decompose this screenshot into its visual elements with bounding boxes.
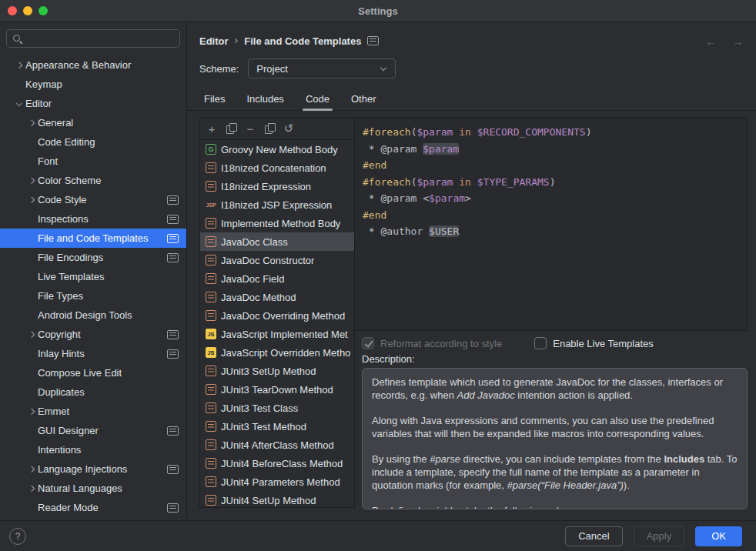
sidebar-item-label: Language Injections <box>38 463 167 475</box>
chevron-right-icon[interactable] <box>25 479 38 498</box>
reset-to-default-icon[interactable]: ↺ <box>279 119 298 139</box>
sidebar-item-editor[interactable]: Editor <box>0 94 186 113</box>
chevron-right-icon[interactable] <box>12 55 25 75</box>
scheme-dropdown[interactable]: Project <box>248 58 396 78</box>
tab-files[interactable]: Files <box>193 88 236 110</box>
chevron-down-icon[interactable] <box>12 94 25 113</box>
template-item-label: JUnit4 BeforeClass Method <box>221 458 343 469</box>
enable-live-templates-checkbox[interactable] <box>534 337 547 349</box>
sidebar-item-language-injections[interactable]: Language Injections <box>0 459 186 479</box>
template-item-javascript-implemented-met[interactable]: JSJavaScript Implemented Met <box>200 325 354 343</box>
template-item-javadoc-constructor[interactable]: JavaDoc Constructor <box>200 251 354 269</box>
template-file-icon <box>206 495 216 506</box>
remove-template-icon[interactable]: − <box>241 119 259 139</box>
chevron-right-icon[interactable] <box>25 459 38 479</box>
cancel-button[interactable]: Cancel <box>565 526 622 546</box>
template-item-i18nized-expression[interactable]: I18nized Expression <box>200 177 354 195</box>
copy-template-icon[interactable] <box>260 119 279 139</box>
sidebar-item-intentions[interactable]: Intentions <box>0 440 186 459</box>
settings-search[interactable] <box>6 29 180 48</box>
description-paragraph: Predefined variables take the following … <box>372 504 738 509</box>
template-item-junit3-teardown-method[interactable]: JUnit3 TearDown Method <box>200 380 354 399</box>
template-item-javadoc-class[interactable]: JavaDoc Class <box>200 232 354 251</box>
template-item-junit4-afterclass-method[interactable]: JUnit4 AfterClass Method <box>200 436 354 454</box>
description-text: Defines template which used to generate … <box>372 376 738 509</box>
template-item-junit3-test-method[interactable]: JUnit3 Test Method <box>200 417 354 436</box>
sidebar-item-android-design-tools[interactable]: Android Design Tools <box>0 306 186 325</box>
chevron-right-icon[interactable] <box>25 190 38 209</box>
close-button[interactable] <box>8 6 17 15</box>
help-button[interactable]: ? <box>9 528 26 545</box>
template-item-junit3-setup-method[interactable]: JUnit3 SetUp Method <box>200 362 354 380</box>
template-item-junit4-parameters-method[interactable]: JUnit4 Parameters Method <box>200 473 354 491</box>
sidebar-item-copyright[interactable]: Copyright <box>0 325 186 344</box>
sidebar-item-color-scheme[interactable]: Color Scheme <box>0 171 186 190</box>
tab-includes[interactable]: Includes <box>236 88 294 110</box>
search-icon <box>12 34 22 44</box>
tab-other[interactable]: Other <box>340 88 387 110</box>
template-item-javadoc-overriding-method[interactable]: JavaDoc Overriding Method <box>200 306 354 325</box>
sidebar-item-file-and-code-templates[interactable]: File and Code Templates <box>0 229 186 248</box>
template-item-junit4-setup-method[interactable]: JUnit4 SetUp Method <box>200 491 354 507</box>
enable-live-templates-option[interactable]: Enable Live Templates <box>534 337 654 349</box>
sidebar-item-general[interactable]: General <box>0 113 186 132</box>
screen-settings-icon <box>167 253 179 262</box>
chevron-spacer <box>25 421 38 440</box>
template-item-junit3-test-class[interactable]: JUnit3 Test Class <box>200 399 354 417</box>
breadcrumb-current: File and Code Templates <box>244 35 361 47</box>
template-item-label: Groovy New Method Body <box>221 144 338 155</box>
template-file-icon <box>206 292 216 302</box>
reformat-checkbox[interactable] <box>362 337 374 349</box>
template-item-junit4-beforeclass-method[interactable]: JUnit4 BeforeClass Method <box>200 454 354 473</box>
sidebar-item-font[interactable]: Font <box>0 152 186 171</box>
reformat-option[interactable]: Reformat according to style <box>362 337 502 349</box>
sidebar-item-live-templates[interactable]: Live Templates <box>0 267 186 286</box>
sidebar-item-compose-live-edit[interactable]: Compose Live Edit <box>0 363 186 382</box>
template-item-i18nized-jsp-expression[interactable]: JSPI18nized JSP Expression <box>200 195 354 214</box>
template-file-icon <box>206 273 216 284</box>
minimize-button[interactable] <box>23 6 32 15</box>
sidebar-item-file-encodings[interactable]: File Encodings <box>0 248 186 267</box>
breadcrumb-editor[interactable]: Editor <box>199 35 229 47</box>
description-paragraph: Defines template which used to generate … <box>372 376 738 402</box>
template-item-label: JavaScript Overridden Metho <box>221 347 350 359</box>
template-item-label: JUnit4 AfterClass Method <box>221 439 334 451</box>
sidebar-item-label: GUI Designer <box>38 425 167 436</box>
sidebar-item-file-types[interactable]: File Types <box>0 286 186 306</box>
chevron-right-icon[interactable] <box>25 402 38 421</box>
template-editor[interactable]: #foreach($param in $RECORD_COMPONENTS) *… <box>354 117 748 331</box>
forward-button[interactable]: → <box>732 35 744 48</box>
sidebar-item-natural-languages[interactable]: Natural Languages <box>0 479 186 498</box>
sidebar-item-appearance-behavior[interactable]: Appearance & Behavior <box>0 55 186 75</box>
template-item-i18nized-concatenation[interactable]: I18nized Concatenation <box>200 159 354 177</box>
template-item-groovy-new-method-body[interactable]: GGroovy New Method Body <box>200 140 354 159</box>
create-child-template-icon[interactable] <box>222 119 240 139</box>
template-file-icon <box>206 421 216 432</box>
back-button[interactable]: ← <box>705 35 717 48</box>
sidebar-item-inlay-hints[interactable]: Inlay Hints <box>0 344 186 363</box>
template-file-icon <box>206 476 216 487</box>
sidebar-item-code-style[interactable]: Code Style <box>0 190 186 209</box>
template-item-javadoc-field[interactable]: JavaDoc Field <box>200 269 354 288</box>
sidebar-item-duplicates[interactable]: Duplicates <box>0 382 186 402</box>
chevron-right-icon[interactable] <box>25 325 38 344</box>
template-item-javadoc-method[interactable]: JavaDoc Method <box>200 288 354 306</box>
zoom-button[interactable] <box>38 6 48 15</box>
chevron-right-icon[interactable] <box>25 171 38 190</box>
template-item-javascript-overridden-metho[interactable]: JSJavaScript Overridden Metho <box>200 343 354 362</box>
sidebar-item-inspections[interactable]: Inspections <box>0 209 186 229</box>
tab-code[interactable]: Code <box>295 88 340 110</box>
apply-button[interactable]: Apply <box>634 526 685 546</box>
add-template-icon[interactable]: + <box>202 119 221 139</box>
chevron-right-icon[interactable] <box>25 113 38 132</box>
sidebar-item-keymap[interactable]: Keymap <box>0 75 186 94</box>
sidebar-item-emmet[interactable]: Emmet <box>0 402 186 421</box>
sidebar-item-reader-mode[interactable]: Reader Mode <box>0 498 186 517</box>
search-input[interactable] <box>27 32 174 45</box>
template-item-implemented-method-body[interactable]: Implemented Method Body <box>200 214 354 232</box>
tab-bar: FilesIncludesCodeOther <box>187 88 756 111</box>
js-file-icon: JS <box>206 347 216 358</box>
sidebar-item-gui-designer[interactable]: GUI Designer <box>0 421 186 440</box>
sidebar-item-code-editing[interactable]: Code Editing <box>0 132 186 152</box>
ok-button[interactable]: OK <box>695 526 742 546</box>
